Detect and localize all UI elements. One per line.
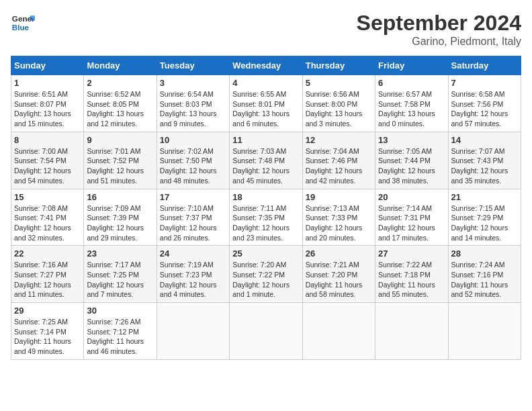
day-info: Sunrise: 7:14 AM Sunset: 7:31 PM Dayligh… — [378, 203, 445, 243]
day-number: 28 — [451, 248, 518, 259]
table-row: 4Sunrise: 6:55 AM Sunset: 8:01 PM Daylig… — [230, 75, 302, 132]
day-info: Sunrise: 7:26 AM Sunset: 7:12 PM Dayligh… — [87, 317, 153, 357]
day-info: Sunrise: 7:17 AM Sunset: 7:25 PM Dayligh… — [87, 260, 153, 300]
table-row — [448, 303, 521, 360]
day-info: Sunrise: 7:00 AM Sunset: 7:54 PM Dayligh… — [14, 146, 81, 186]
day-number: 23 — [87, 248, 153, 259]
table-row: 11Sunrise: 7:03 AM Sunset: 7:48 PM Dayli… — [230, 132, 302, 189]
day-info: Sunrise: 7:09 AM Sunset: 7:39 PM Dayligh… — [87, 203, 153, 243]
day-number: 1 — [14, 78, 81, 88]
table-row: 24Sunrise: 7:19 AM Sunset: 7:23 PM Dayli… — [157, 246, 229, 303]
table-row: 30Sunrise: 7:26 AM Sunset: 7:12 PM Dayli… — [84, 303, 157, 360]
table-row: 20Sunrise: 7:14 AM Sunset: 7:31 PM Dayli… — [375, 189, 448, 246]
calendar-week-4: 22Sunrise: 7:16 AM Sunset: 7:27 PM Dayli… — [11, 246, 521, 303]
col-thursday: Thursday — [302, 56, 375, 75]
title-block: September 2024 Garino, Piedmont, Italy — [357, 11, 521, 48]
col-sunday: Sunday — [11, 56, 84, 75]
table-row: 15Sunrise: 7:08 AM Sunset: 7:41 PM Dayli… — [11, 189, 84, 246]
day-info: Sunrise: 7:01 AM Sunset: 7:52 PM Dayligh… — [87, 146, 153, 186]
day-number: 7 — [451, 78, 518, 88]
table-row: 7Sunrise: 6:58 AM Sunset: 7:56 PM Daylig… — [448, 75, 521, 132]
day-info: Sunrise: 7:13 AM Sunset: 7:33 PM Dayligh… — [306, 203, 372, 243]
day-info: Sunrise: 6:52 AM Sunset: 8:05 PM Dayligh… — [87, 89, 153, 129]
day-number: 29 — [14, 306, 81, 316]
day-number: 5 — [306, 78, 372, 88]
day-info: Sunrise: 7:11 AM Sunset: 7:35 PM Dayligh… — [232, 203, 299, 243]
table-row: 26Sunrise: 7:21 AM Sunset: 7:20 PM Dayli… — [302, 246, 375, 303]
day-info: Sunrise: 7:08 AM Sunset: 7:41 PM Dayligh… — [14, 203, 81, 243]
day-number: 2 — [87, 78, 153, 88]
calendar-table: Sunday Monday Tuesday Wednesday Thursday… — [11, 56, 521, 360]
day-info: Sunrise: 6:56 AM Sunset: 8:00 PM Dayligh… — [306, 89, 372, 129]
day-number: 8 — [14, 135, 81, 145]
day-number: 11 — [232, 135, 299, 145]
day-info: Sunrise: 7:16 AM Sunset: 7:27 PM Dayligh… — [14, 260, 81, 300]
col-friday: Friday — [375, 56, 448, 75]
table-row: 21Sunrise: 7:15 AM Sunset: 7:29 PM Dayli… — [448, 189, 521, 246]
table-row: 6Sunrise: 6:57 AM Sunset: 7:58 PM Daylig… — [375, 75, 448, 132]
table-row: 2Sunrise: 6:52 AM Sunset: 8:05 PM Daylig… — [84, 75, 157, 132]
table-row: 29Sunrise: 7:25 AM Sunset: 7:14 PM Dayli… — [11, 303, 84, 360]
page-header: General Blue September 2024 Garino, Pied… — [11, 11, 521, 48]
day-info: Sunrise: 7:24 AM Sunset: 7:16 PM Dayligh… — [451, 260, 518, 300]
table-row: 1Sunrise: 6:51 AM Sunset: 8:07 PM Daylig… — [11, 75, 84, 132]
day-number: 3 — [160, 78, 226, 88]
day-info: Sunrise: 7:02 AM Sunset: 7:50 PM Dayligh… — [160, 146, 226, 186]
day-info: Sunrise: 7:19 AM Sunset: 7:23 PM Dayligh… — [160, 260, 226, 300]
day-info: Sunrise: 6:54 AM Sunset: 8:03 PM Dayligh… — [160, 89, 226, 129]
day-number: 30 — [87, 306, 153, 316]
day-info: Sunrise: 7:10 AM Sunset: 7:37 PM Dayligh… — [160, 203, 226, 243]
day-info: Sunrise: 7:07 AM Sunset: 7:43 PM Dayligh… — [451, 146, 518, 186]
day-number: 10 — [160, 135, 226, 145]
day-info: Sunrise: 7:05 AM Sunset: 7:44 PM Dayligh… — [378, 146, 445, 186]
header-row: Sunday Monday Tuesday Wednesday Thursday… — [11, 56, 521, 75]
table-row: 17Sunrise: 7:10 AM Sunset: 7:37 PM Dayli… — [157, 189, 229, 246]
table-row: 25Sunrise: 7:20 AM Sunset: 7:22 PM Dayli… — [230, 246, 302, 303]
table-row: 28Sunrise: 7:24 AM Sunset: 7:16 PM Dayli… — [448, 246, 521, 303]
col-wednesday: Wednesday — [230, 56, 302, 75]
table-row — [157, 303, 229, 360]
day-number: 26 — [306, 248, 372, 259]
day-number: 14 — [451, 135, 518, 145]
day-number: 9 — [87, 135, 153, 145]
table-row: 12Sunrise: 7:04 AM Sunset: 7:46 PM Dayli… — [302, 132, 375, 189]
table-row — [302, 303, 375, 360]
table-row: 9Sunrise: 7:01 AM Sunset: 7:52 PM Daylig… — [84, 132, 157, 189]
logo: General Blue — [11, 11, 35, 35]
table-row: 3Sunrise: 6:54 AM Sunset: 8:03 PM Daylig… — [157, 75, 229, 132]
table-row: 18Sunrise: 7:11 AM Sunset: 7:35 PM Dayli… — [230, 189, 302, 246]
table-row: 22Sunrise: 7:16 AM Sunset: 7:27 PM Dayli… — [11, 246, 84, 303]
calendar-week-2: 8Sunrise: 7:00 AM Sunset: 7:54 PM Daylig… — [11, 132, 521, 189]
table-row — [375, 303, 448, 360]
page-title: September 2024 — [357, 11, 521, 36]
day-info: Sunrise: 7:04 AM Sunset: 7:46 PM Dayligh… — [306, 146, 372, 186]
day-number: 24 — [160, 248, 226, 259]
day-info: Sunrise: 7:22 AM Sunset: 7:18 PM Dayligh… — [378, 260, 445, 300]
day-number: 15 — [14, 192, 81, 202]
day-number: 25 — [232, 248, 299, 259]
day-info: Sunrise: 6:58 AM Sunset: 7:56 PM Dayligh… — [451, 89, 518, 129]
col-tuesday: Tuesday — [157, 56, 229, 75]
day-info: Sunrise: 7:20 AM Sunset: 7:22 PM Dayligh… — [232, 260, 299, 300]
day-number: 19 — [306, 192, 372, 202]
day-info: Sunrise: 6:51 AM Sunset: 8:07 PM Dayligh… — [14, 89, 81, 129]
day-number: 6 — [378, 78, 445, 88]
col-saturday: Saturday — [448, 56, 521, 75]
logo-icon: General Blue — [11, 11, 35, 35]
svg-text:Blue: Blue — [12, 23, 30, 32]
day-number: 21 — [451, 192, 518, 202]
day-info: Sunrise: 7:21 AM Sunset: 7:20 PM Dayligh… — [306, 260, 372, 300]
table-row: 8Sunrise: 7:00 AM Sunset: 7:54 PM Daylig… — [11, 132, 84, 189]
day-number: 18 — [232, 192, 299, 202]
day-number: 13 — [378, 135, 445, 145]
day-number: 16 — [87, 192, 153, 202]
col-monday: Monday — [84, 56, 157, 75]
day-info: Sunrise: 7:25 AM Sunset: 7:14 PM Dayligh… — [14, 317, 81, 357]
day-number: 27 — [378, 248, 445, 259]
day-info: Sunrise: 7:03 AM Sunset: 7:48 PM Dayligh… — [232, 146, 299, 186]
day-number: 12 — [306, 135, 372, 145]
day-number: 20 — [378, 192, 445, 202]
day-number: 22 — [14, 248, 81, 259]
table-row: 23Sunrise: 7:17 AM Sunset: 7:25 PM Dayli… — [84, 246, 157, 303]
page-subtitle: Garino, Piedmont, Italy — [357, 36, 521, 48]
